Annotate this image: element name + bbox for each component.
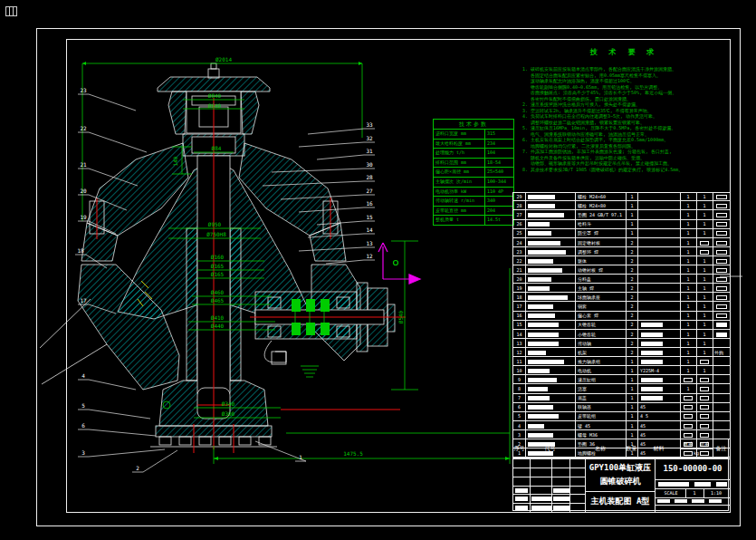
bom-cell: 1 [682,340,694,347]
bom-row: 14小锥齿轮211 [513,331,730,339]
spec-table-title: 技术参数 [434,120,513,130]
notes-lines: 1. 破碎机安装前应按装箱单清点零部件, 各配合面应清洗干净并涂润滑脂。 各固定… [522,66,732,172]
revision-cell [531,506,551,510]
bom-cell [528,277,551,282]
callout-number: 27 [366,188,373,194]
bom-cell: 1 [627,394,637,401]
bom-cell [700,405,709,410]
bom-cell [528,369,550,373]
bom-cell [700,387,709,391]
revision-cell [515,497,528,501]
bom-cell: 9 [514,376,524,383]
bom-cell: 2 [627,248,637,256]
bom-cell: 2 [627,321,637,328]
bom-cell [641,342,663,346]
bom-cell: 8 [514,385,524,392]
callout-number: 5 [81,402,85,409]
bom-cell: 1 [627,358,637,365]
bom-cell [716,204,727,208]
bom-cell: 外购 [714,349,729,356]
drawing-number: 150-00000-00 [656,464,730,473]
bom-cell: 1 [682,331,694,338]
spec-row: 处理能力 t/h104 [434,149,513,159]
bom-cell: 23 [514,248,524,256]
bom-cell [528,424,544,429]
spec-label: 整机质量 t [435,216,483,225]
bom-cell: 45 [640,431,679,439]
bom-cell [528,396,550,400]
bom-cell [716,241,727,246]
bom-cell: 1 [682,248,694,256]
bom-row: 7底盖1 [513,394,730,402]
callout-number: 31 [366,148,373,154]
spec-value: 25×540 [484,168,514,177]
bom-cell [716,333,727,337]
spec-value: 234 [484,140,514,149]
product-name: GPY100单缸液压 圆锥破碎机 [586,461,655,488]
spec-row: 偏心距×底径 mm25×540 [434,168,513,178]
bom-cell: 电动机 [578,367,625,374]
bom-cell [641,378,663,382]
dim-text: Ø165 [211,271,225,277]
bom-cell: 1 [682,275,694,283]
spec-value: 14.5t [484,216,514,225]
callout-number: 19 [80,214,87,220]
bom-cell [684,396,693,400]
bom-cell: 螺母 M36 [578,431,625,439]
callout-number: 17 [80,297,87,304]
bom-cell: 球面轴承座 [578,294,625,301]
bom-row: 6联轴器145 [513,403,730,411]
spec-value: 204 [484,207,514,216]
callout-number: 4 [81,372,85,379]
bom-row: 29螺栓 M24×60111 [513,193,730,201]
bom-cell: 1 [698,321,711,328]
bom-row: 17铜套211 [513,303,730,311]
bom-cell: 28 [514,202,524,209]
bom-header: 序号代号名称数量材料单重总重kg备注 [512,439,729,458]
callout-number: 33 [366,121,373,128]
bom-cell: 45 [640,422,679,429]
bom-cell: 1 [627,431,637,439]
dim-text: Ø460 [211,289,225,295]
spec-table-rows: 进料口宽度 mm315最大给料粒度 mm234处理能力 t/h104排料口范围 … [434,130,513,225]
callout-leader [299,142,375,147]
spec-value: 110 4P [484,188,514,197]
callout-number: 22 [80,125,87,131]
bom-header-cell: 数量 [626,439,638,458]
bom-cell: 1 [627,202,637,209]
bom-cell: 1 [698,202,711,209]
bom-cell [641,351,663,355]
callout-leader [308,129,375,134]
bom-cell: 1 [627,367,637,374]
callout-number: 20 [80,188,87,194]
bom-cell [684,378,693,382]
bom-cell: 1 [682,294,694,301]
bom-cell: 6 [514,403,524,410]
dim-text: Ø640 [208,102,222,109]
bom-cell: 25 [514,229,524,236]
bom-cell: 10 [514,367,524,374]
bom-cell [528,195,555,199]
callout-number: 13 [366,240,373,246]
bom-cell [716,286,727,291]
callout-leader [78,449,165,457]
revision-grid [513,458,585,512]
bom-cell: 1 [627,229,637,236]
bom-cell: 7 [514,394,524,401]
bom-row: 4键 45145 [513,422,730,430]
bom-cell: 29 [514,193,524,200]
bom-cell: 1 [627,422,637,429]
bom-cell: 1 [682,239,694,246]
bom-row: 27垫圈 24 GB/T 97.1111 [513,211,730,219]
callout-number: 30 [366,161,373,168]
bom-row: 22躯体211 [513,257,730,265]
bom-cell [641,323,663,327]
bom-cell: 1 [698,340,711,347]
bom-row: 8活塞11 [513,385,730,393]
callout-leader [78,94,136,111]
bom-cell [716,231,727,236]
bom-cell [716,304,727,309]
bom-cell: 1 [682,321,694,328]
notes-title: 技 术 要 求 [521,47,727,57]
spec-row: 主轴摆次 次/min100-344 [434,178,513,188]
